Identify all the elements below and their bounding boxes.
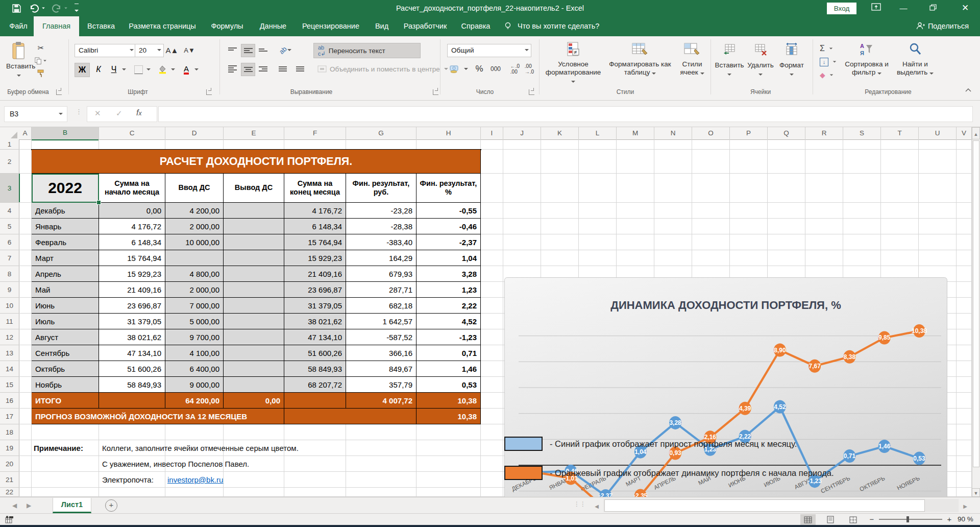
total-output-cell[interactable]: 0,00 [224, 393, 284, 409]
fin-result-rub-cell[interactable]: -23,28 [346, 203, 416, 219]
collapse-ribbon-button[interactable] [963, 85, 974, 94]
output-cell[interactable] [224, 250, 284, 266]
minimize-button[interactable]: — [892, 0, 915, 16]
month-cell[interactable]: Ноябрь [32, 377, 99, 393]
month-cell[interactable]: Январь [32, 219, 99, 234]
table-title-row[interactable]: РАСЧЕТ ДОХОДНОСТИ ПОРТФЕЛЯ. [32, 150, 481, 174]
total-rub-cell[interactable]: 4 007,72 [346, 393, 416, 409]
end-sum-cell[interactable]: 21 409,16 [284, 266, 346, 282]
tab-review[interactable]: Рецензирование [294, 16, 368, 36]
email-link[interactable]: investorp@bk.ru [167, 472, 223, 488]
fin-result-pct-cell[interactable]: 2,22 [416, 298, 481, 314]
align-left-button[interactable] [226, 63, 239, 75]
format-cells-button[interactable]: Формат [777, 41, 806, 86]
end-sum-cell[interactable]: 6 148,34 [284, 219, 346, 234]
legend-blue-box[interactable] [504, 437, 543, 451]
fill-handle[interactable] [96, 200, 101, 205]
scroll-up-button[interactable]: ▲ [972, 127, 980, 139]
italic-button[interactable]: К [92, 63, 105, 76]
end-sum-cell[interactable]: 68 207,72 [284, 377, 346, 393]
chart[interactable]: ДИНАМИКА ДОХОДНОСТИ ПОРТФЕЛЯ, %ДЕКАБРЬЯН… [504, 277, 947, 527]
start-sum-cell[interactable]: 6 148,34 [99, 234, 165, 250]
align-bottom-button[interactable] [256, 44, 270, 56]
input-cell[interactable] [165, 250, 224, 266]
forecast-empty[interactable] [284, 409, 416, 424]
increase-font-button[interactable]: А▲ [164, 44, 180, 56]
table-column-header[interactable]: Сумма на конец месяца [284, 174, 346, 203]
decrease-font-button[interactable]: А▼ [182, 44, 197, 56]
input-cell[interactable]: 9 000,00 [165, 377, 224, 393]
fin-result-rub-cell[interactable]: 357,79 [346, 377, 416, 393]
format-as-table-button[interactable]: Форматировать как таблицу [606, 41, 674, 86]
month-cell[interactable]: Июнь [32, 298, 99, 314]
enter-icon[interactable]: ✓ [116, 109, 122, 118]
percent-style-button[interactable]: % [473, 63, 486, 75]
end-sum-cell[interactable]: 38 021,62 [284, 314, 346, 329]
tab-developer[interactable]: Разработчик [396, 16, 454, 36]
tab-page-layout[interactable]: Разметка страницы [122, 16, 202, 36]
accounting-format-button[interactable] [447, 63, 462, 75]
fin-result-pct-cell[interactable]: -0,46 [416, 219, 481, 234]
output-cell[interactable] [224, 219, 284, 234]
end-sum-cell[interactable]: 23 696,87 [284, 282, 346, 298]
tab-home[interactable]: Главная [34, 16, 79, 36]
fill-color-dropdown[interactable] [169, 63, 177, 76]
font-size-combo[interactable]: 20 [135, 44, 164, 57]
tab-file[interactable]: Файл [5, 16, 32, 36]
forecast-label-cell[interactable]: ПРОГНОЗ ВОЗМОЖНОЙ ДОХОДНОСТИ ЗА 12 МЕСЯЦ… [32, 409, 284, 424]
view-page-break-button[interactable] [845, 514, 861, 525]
view-page-layout-button[interactable] [823, 514, 838, 525]
input-cell[interactable]: 5 000,00 [165, 314, 224, 329]
output-cell[interactable] [224, 377, 284, 393]
legend-orange-box[interactable] [504, 466, 543, 480]
start-sum-cell[interactable]: 4 176,72 [99, 219, 165, 234]
alignment-dialog-launcher[interactable] [433, 89, 438, 95]
month-cell[interactable]: Февраль [32, 234, 99, 250]
formula-input[interactable] [158, 106, 973, 122]
restore-button[interactable] [922, 0, 944, 16]
sheet-area[interactable]: ABCDEFGHIJKLMNOPQRSTUV 12345678910111213… [0, 127, 980, 497]
month-cell[interactable]: Декабрь [32, 203, 99, 219]
sort-filter-button[interactable]: АЯ Сортировка и фильтр [843, 41, 890, 86]
share-button[interactable]: Поделиться [916, 16, 969, 36]
sign-in-button[interactable]: Вход [827, 3, 856, 14]
output-cell[interactable] [224, 345, 284, 361]
tell-me-search[interactable]: Что вы хотите сделать? [518, 16, 609, 36]
table-column-header[interactable]: Вывод ДС [224, 174, 284, 203]
fin-result-rub-cell[interactable]: -383,40 [346, 234, 416, 250]
fin-result-rub-cell[interactable]: 682,18 [346, 298, 416, 314]
align-middle-button[interactable] [241, 44, 255, 57]
start-sum-cell[interactable]: 15 764,94 [99, 250, 165, 266]
cut-button[interactable]: ✂ [35, 43, 47, 53]
fin-result-pct-cell[interactable]: 1,23 [416, 282, 481, 298]
month-cell[interactable]: Апрель [32, 266, 99, 282]
tab-formulas[interactable]: Формулы [203, 16, 251, 36]
bold-button[interactable]: Ж [75, 63, 90, 77]
autosum-button[interactable]: Σ [818, 43, 842, 54]
insert-function-icon[interactable]: fx [136, 108, 141, 117]
start-sum-cell[interactable]: 31 379,05 [99, 314, 165, 329]
close-button[interactable]: ✕ [950, 0, 980, 16]
fin-result-pct-cell[interactable]: -1,23 [416, 329, 481, 345]
input-cell[interactable]: 2 000,00 [165, 282, 224, 298]
input-cell[interactable]: 4 200,00 [165, 203, 224, 219]
tabbar-splitter[interactable]: ⋮⋮ [574, 500, 586, 508]
sheet-tab[interactable]: Лист1 [53, 498, 91, 513]
paste-button[interactable]: Вставить [6, 41, 32, 86]
clear-button[interactable]: ◆ [818, 69, 842, 81]
fin-result-rub-cell[interactable]: 849,67 [346, 361, 416, 377]
cell-styles-button[interactable]: Стили ячеек [676, 41, 708, 86]
month-cell[interactable]: Октябрь [32, 361, 99, 377]
hscroll-left-button[interactable]: ◀ [591, 499, 602, 512]
zoom-level[interactable]: 90 % [958, 515, 973, 523]
orientation-button[interactable]: ab [277, 44, 294, 56]
total-label-cell[interactable]: ИТОГО [32, 393, 99, 409]
fin-result-pct-cell[interactable]: 0,71 [416, 345, 481, 361]
tab-insert[interactable]: Вставка [81, 16, 121, 36]
tab-view[interactable]: Вид [368, 16, 396, 36]
increase-decimal-button[interactable]: ←.0.00 [508, 63, 522, 75]
name-box[interactable]: B3 [4, 106, 67, 122]
input-cell[interactable]: 10 000,00 [165, 234, 224, 250]
find-select-button[interactable]: Найти и выделить [892, 41, 938, 86]
total-pct-cell[interactable]: 10,38 [416, 393, 481, 409]
